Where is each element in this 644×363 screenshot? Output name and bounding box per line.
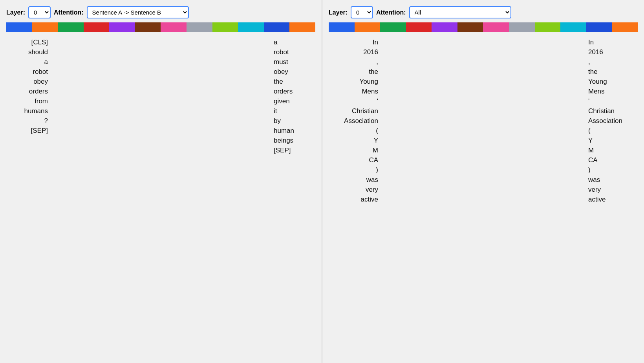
left-layer-label: Layer: (6, 9, 25, 16)
left-attention-area: [CLS]shouldarobotobeyordersfromhumans?[S… (6, 37, 315, 357)
word-item: ' (588, 96, 589, 106)
word-item: active (588, 194, 606, 204)
word-item: humans (24, 106, 48, 116)
right-layer-label: Layer: (329, 9, 348, 16)
word-item: In (373, 37, 378, 47)
word-item: very (366, 185, 378, 194)
word-item: Christian (588, 106, 615, 116)
word-item: beings (274, 136, 293, 145)
word-item: [SEP] (31, 126, 48, 136)
word-item: a (274, 37, 277, 47)
word-item: must (274, 57, 288, 67)
left-source-words: [CLS]shouldarobotobeyordersfromhumans?[S… (6, 37, 49, 136)
word-item: , (376, 57, 378, 67)
word-item: orders (29, 86, 48, 96)
word-item: Association (588, 116, 622, 126)
word-item: In (588, 37, 594, 47)
right-layer-select[interactable]: 0123 4567 891011 (351, 6, 373, 18)
left-attention-label: Attention: (54, 9, 84, 16)
left-controls: Layer: 0123 4567 891011 Attention: Sente… (6, 6, 315, 18)
right-attention-label: Attention: (376, 9, 406, 16)
word-item: ) (376, 165, 378, 175)
left-color-bar (6, 22, 315, 32)
word-item: very (588, 185, 601, 194)
word-item: Young (588, 77, 607, 86)
word-item: a (44, 57, 48, 67)
word-item: the (369, 67, 378, 77)
right-color-bar (329, 22, 638, 32)
word-item: Mens (362, 86, 378, 96)
word-item: was (366, 175, 378, 185)
word-item: ( (588, 126, 591, 136)
word-item: it (274, 106, 277, 116)
word-item: Mens (588, 86, 605, 96)
word-item: M (588, 145, 594, 155)
word-item: CA (369, 155, 378, 165)
left-target-words: arobotmustobeytheordersgivenitbyhumanbei… (272, 37, 315, 155)
word-item: ( (376, 126, 378, 136)
word-item: [CLS] (31, 37, 48, 47)
word-item: Association (344, 116, 378, 126)
word-item: given (274, 96, 290, 106)
word-item: Y (588, 136, 593, 145)
word-item: obey (33, 77, 48, 86)
right-controls: Layer: 0123 4567 891011 Attention: All S… (329, 6, 638, 18)
left-layer-select[interactable]: 0123 4567 891011 (28, 6, 51, 18)
word-item: ' (377, 96, 378, 106)
word-item: Young (359, 77, 378, 86)
word-item: orders (274, 86, 293, 96)
word-item: 2016 (588, 47, 603, 57)
word-item: robot (33, 67, 48, 77)
word-item: by (274, 116, 281, 126)
word-item: ? (44, 116, 48, 126)
word-item: 2016 (363, 47, 378, 57)
word-item: [SEP] (274, 145, 291, 155)
word-item: from (35, 96, 48, 106)
word-item: , (588, 57, 590, 67)
word-item: M (373, 145, 378, 155)
right-attention-area: In2016,theYoungMens'ChristianAssociation… (329, 37, 638, 357)
word-item: was (588, 175, 600, 185)
right-target-words: In2016,theYoungMens'ChristianAssociation… (587, 37, 638, 204)
word-item: ) (588, 165, 591, 175)
right-attention-select[interactable]: All Sentence A -> Sentence B Sentence B … (409, 6, 511, 18)
word-item: robot (274, 47, 289, 57)
word-item: should (28, 47, 48, 57)
word-item: Christian (352, 106, 378, 116)
left-attention-select[interactable]: Sentence A -> Sentence B Sentence B -> S… (87, 6, 189, 18)
right-source-words: In2016,theYoungMens'ChristianAssociation… (329, 37, 380, 204)
right-panel: Layer: 0123 4567 891011 Attention: All S… (322, 0, 644, 363)
word-item: active (361, 194, 378, 204)
word-item: Y (374, 136, 378, 145)
word-item: human (274, 126, 294, 136)
word-item: obey (274, 67, 288, 77)
word-item: CA (588, 155, 598, 165)
word-item: the (274, 77, 283, 86)
left-panel: Layer: 0123 4567 891011 Attention: Sente… (0, 0, 322, 363)
word-item: the (588, 67, 598, 77)
